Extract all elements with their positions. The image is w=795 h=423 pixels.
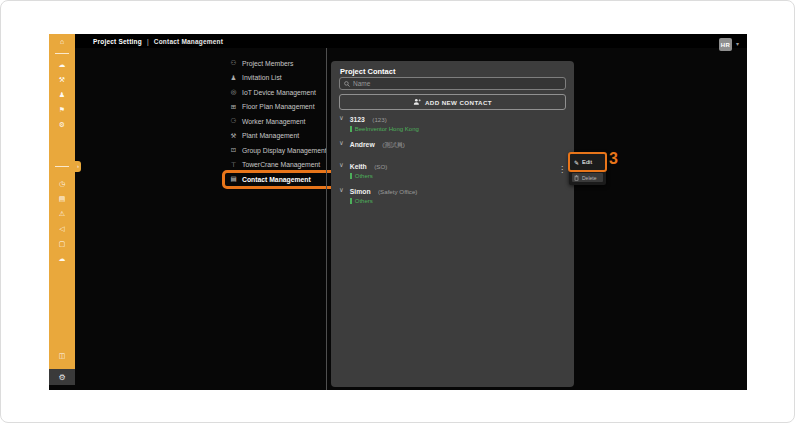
contact-book-icon: ▤ xyxy=(229,175,238,183)
more-options-icon[interactable]: ⋮ xyxy=(558,166,566,174)
menu-item-label: TowerCrane Management xyxy=(242,161,320,168)
rail-expander-handle[interactable]: › xyxy=(75,161,81,172)
worker-head-icon: ⚆ xyxy=(229,117,238,125)
menu-item-label: Project Members xyxy=(242,60,293,67)
worker-icon[interactable]: ♟ xyxy=(49,91,75,99)
menu-item-label: Invitation List xyxy=(242,74,282,81)
chevron-down-icon[interactable]: ∨ xyxy=(339,161,344,179)
add-new-contact-button[interactable]: ADD NEW CONTACT xyxy=(339,94,566,110)
menu-item-towercrane-management[interactable]: ⊤ TowerCrane Management xyxy=(229,158,333,173)
menu-item-group-display-management[interactable]: ⊡ Group Display Management xyxy=(229,143,333,158)
project-settings-menu: ⚇ Project Members ♟ Invitation List ◎ Io… xyxy=(229,56,333,187)
app-window: ⌂ ☁ ⚒ ♟ ⚑ ⚙ ◷ ▤ ⚠ ◁ ▢ ☁ ◫ › ⚙ Project Se… xyxy=(49,34,747,390)
rail-divider xyxy=(55,166,69,167)
edit-label: Edit xyxy=(582,159,592,165)
menu-item-plant-management[interactable]: ⚒ Plant Management xyxy=(229,129,333,144)
contact-detail: (123) xyxy=(372,116,386,123)
contact-detail: (Safety Office) xyxy=(378,188,417,195)
menu-item-label: Plant Management xyxy=(242,132,299,139)
document-icon[interactable]: ▢ xyxy=(49,240,75,248)
cloud-icon[interactable]: ☁ xyxy=(49,61,75,69)
search-icon xyxy=(344,81,350,87)
add-person-icon xyxy=(413,98,421,106)
contact-list: ∨ 3123 (123) BeeInventor Hong Kong ∨ xyxy=(331,110,574,207)
contact-row-keith[interactable]: ∨ Keith (SO) Others ⋮ xyxy=(331,157,574,182)
breadcrumb-primary: Project Setting xyxy=(93,38,142,45)
avatar-dropdown-caret[interactable]: ▾ xyxy=(736,40,739,47)
contact-row-simon[interactable]: ∨ Simon (Safety Office) Others xyxy=(331,182,574,207)
speaker-icon[interactable]: ◁ xyxy=(49,225,75,233)
contact-body: 3123 (123) BeeInventor Hong Kong xyxy=(350,113,419,132)
invite-person-icon: ♟ xyxy=(229,74,238,82)
project-contact-panel: Project Contact ADD NEW CONTACT xyxy=(331,61,574,387)
flag-icon[interactable]: ⚑ xyxy=(49,106,75,114)
menu-item-iot-device-management[interactable]: ◎ IoT Device Management xyxy=(229,85,333,100)
contact-name: 3123 xyxy=(350,116,365,123)
user-avatar[interactable]: HR xyxy=(719,38,732,51)
breadcrumb-separator: | xyxy=(147,38,149,45)
contact-body: Keith (SO) Others xyxy=(350,160,388,179)
menu-item-contact-management[interactable]: ▤ Contact Management 2 xyxy=(229,172,333,187)
display-icon: ⊡ xyxy=(229,146,238,154)
contact-detail: (測試員) xyxy=(382,141,405,148)
menu-item-project-members[interactable]: ⚇ Project Members xyxy=(229,56,333,71)
settings-gear-icon[interactable]: ⚙ xyxy=(58,373,65,382)
menu-item-floor-plan-management[interactable]: ⊞ Floor Plan Management xyxy=(229,100,333,115)
contact-name: Andrew xyxy=(350,141,375,148)
contact-row-3123[interactable]: ∨ 3123 (123) BeeInventor Hong Kong xyxy=(331,110,574,135)
chevron-down-icon[interactable]: ∨ xyxy=(339,139,344,148)
contact-tag: BeeInventor Hong Kong xyxy=(355,126,419,132)
floor-plan-icon: ⊞ xyxy=(229,103,238,111)
home-icon[interactable]: ⌂ xyxy=(49,38,75,46)
menu-item-worker-management[interactable]: ⚆ Worker Management xyxy=(229,114,333,129)
contact-body: Simon (Safety Office) Others xyxy=(350,185,418,204)
breadcrumb: Project Setting | Contact Management xyxy=(75,38,223,45)
contact-body: Andrew (測試員) xyxy=(350,138,405,148)
contact-tag: Others xyxy=(355,198,373,204)
panel-title: Project Contact xyxy=(340,67,574,76)
plant-icon: ⚒ xyxy=(229,132,238,140)
tag-bar xyxy=(350,173,352,179)
hammer-icon[interactable]: ⚒ xyxy=(49,76,75,84)
contact-name: Simon xyxy=(350,188,371,195)
warning-icon[interactable]: ⚠ xyxy=(49,210,75,218)
search-input[interactable] xyxy=(353,80,561,87)
menu-item-label: Worker Management xyxy=(242,118,305,125)
pencil-icon: ✎ xyxy=(574,159,579,166)
menu-item-label: Group Display Management xyxy=(242,147,327,154)
clock-icon[interactable]: ◷ xyxy=(49,180,75,188)
menu-item-label: Floor Plan Management xyxy=(242,103,315,110)
chevron-down-icon[interactable]: ∨ xyxy=(339,114,344,132)
report-icon[interactable]: ▤ xyxy=(49,195,75,203)
contact-name: Keith xyxy=(350,163,367,170)
screenshot-frame: ⌂ ☁ ⚒ ♟ ⚑ ⚙ ◷ ▤ ⚠ ◁ ▢ ☁ ◫ › ⚙ Project Se… xyxy=(0,0,795,423)
edit-menu-item[interactable]: ✎ Edit xyxy=(572,156,603,168)
manual-book-icon[interactable]: ◫ xyxy=(49,352,75,360)
contact-tag: Others xyxy=(355,173,373,179)
top-header-bar: Project Setting | Contact Management xyxy=(75,34,747,48)
tag-bar xyxy=(350,126,352,132)
delete-menu-item[interactable]: Delete xyxy=(572,173,603,182)
content-divider xyxy=(326,48,327,390)
settings-gear-container: ⚙ xyxy=(49,369,75,385)
menu-item-label: IoT Device Management xyxy=(242,89,316,96)
contact-row-andrew[interactable]: ∨ Andrew (測試員) xyxy=(331,135,574,157)
left-icon-rail: ⌂ ☁ ⚒ ♟ ⚑ ⚙ ◷ ▤ ⚠ ◁ ▢ ☁ ◫ xyxy=(49,34,75,369)
add-button-label: ADD NEW CONTACT xyxy=(425,99,492,106)
contact-context-menu: ✎ Edit Delete xyxy=(569,153,606,185)
contact-search-box xyxy=(339,77,566,90)
delete-label: Delete xyxy=(582,175,596,181)
iot-device-icon: ◎ xyxy=(229,88,238,96)
gear-rail-icon[interactable]: ⚙ xyxy=(49,121,75,129)
annotation-step-3: 3 xyxy=(609,150,618,168)
menu-item-invitation-list[interactable]: ♟ Invitation List xyxy=(229,71,333,86)
tag-bar xyxy=(350,198,352,204)
rail-divider xyxy=(55,53,69,54)
chevron-down-icon[interactable]: ∨ xyxy=(339,186,344,204)
breadcrumb-secondary: Contact Management xyxy=(154,38,223,45)
cloud-sync-icon[interactable]: ☁ xyxy=(49,255,75,263)
tower-crane-icon: ⊤ xyxy=(229,161,238,169)
members-icon: ⚇ xyxy=(229,59,238,67)
menu-item-label: Contact Management xyxy=(242,176,311,183)
contact-detail: (SO) xyxy=(374,163,387,170)
